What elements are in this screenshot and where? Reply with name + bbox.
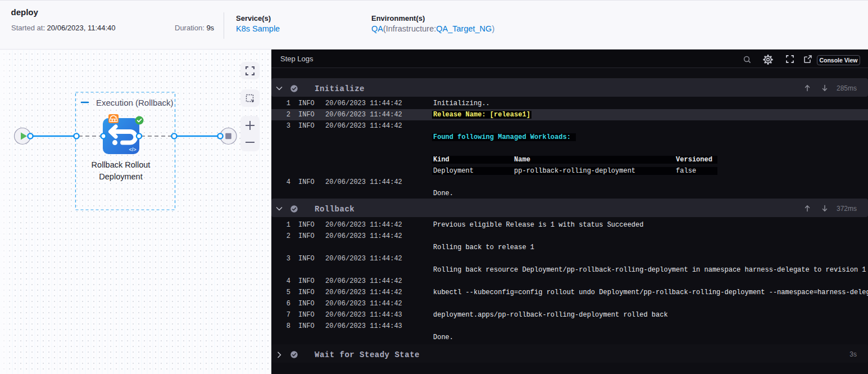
svg-text:</>: </> [129, 147, 136, 152]
